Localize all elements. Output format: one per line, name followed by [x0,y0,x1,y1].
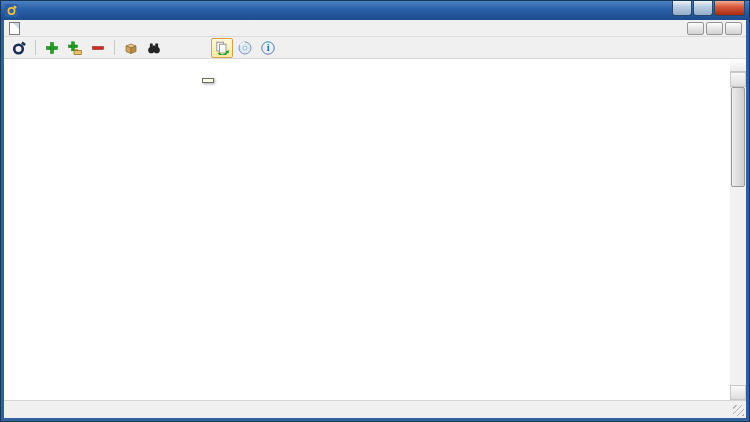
header-corner [730,59,746,72]
binoculars-icon [147,41,161,55]
extract-button[interactable] [120,38,142,58]
close-button[interactable] [714,1,745,16]
table-header [4,59,746,72]
mdi-minimize-button[interactable] [687,22,704,35]
minimize-button[interactable] [672,1,692,16]
hunting-horn-icon [12,41,26,55]
menubar [4,20,746,37]
maximize-button[interactable] [693,1,713,16]
menu-item-tools[interactable] [50,27,64,29]
azip-logo-button[interactable] [8,38,30,58]
archive-info-button[interactable]: i [257,38,279,58]
menu-item-edit[interactable] [36,27,50,29]
menu-item-view[interactable] [64,27,78,29]
recompress-archive-button[interactable] [211,38,233,58]
mdi-close-button[interactable] [725,22,742,35]
svg-text:i: i [267,43,270,53]
red-minus-icon [91,41,105,55]
recompress-icon [215,41,229,55]
remove-entries-button[interactable] [87,38,109,58]
toolbar-separator [35,40,36,55]
toolbar-separator [114,40,115,55]
toolbar: i [4,37,746,59]
find-button[interactable] [143,38,165,58]
resize-grip[interactable] [733,405,744,416]
titlebar[interactable] [1,1,749,20]
scrollbar-thumb[interactable] [731,87,745,187]
window-content: i [4,20,746,418]
menu-item-file[interactable] [22,27,36,29]
app-icon [5,4,18,17]
file-table [4,59,746,400]
mdi-restore-button[interactable] [706,22,723,35]
test-archive-button[interactable] [234,38,256,58]
scrollbar-track[interactable] [730,87,746,385]
scroll-up-button[interactable] [730,72,746,87]
info-icon: i [261,41,275,55]
scroll-down-button[interactable] [730,385,746,400]
table-body [4,72,746,400]
add-folder-button[interactable] [64,38,86,58]
green-plus-folder-icon [68,41,82,55]
mdi-document-icon[interactable] [9,22,20,35]
tooltip [202,78,214,83]
box-icon [124,41,138,55]
menu-item-help[interactable] [92,27,106,29]
status-bar [4,400,746,418]
vertical-scrollbar[interactable] [730,72,746,400]
cd-disc-icon [238,41,252,55]
green-plus-icon [45,41,59,55]
menu-item-window[interactable] [78,27,92,29]
azip-window: i [0,0,750,422]
add-files-button[interactable] [41,38,63,58]
